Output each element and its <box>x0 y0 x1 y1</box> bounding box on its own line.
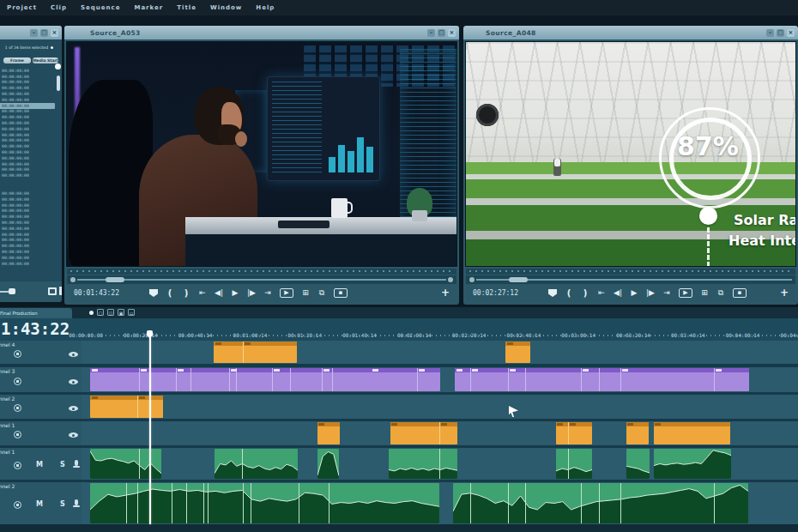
bin-row[interactable]: 29.97 fps00:00:00:00 <box>0 114 55 120</box>
solo-button[interactable]: S <box>60 461 65 469</box>
go-to-in-button[interactable]: ⇤ <box>198 288 207 298</box>
bin-row[interactable]: 29.97 fps00:00:00:00 <box>0 249 55 255</box>
timeline-tool-2[interactable]: ◫ <box>107 309 114 316</box>
audio-clip[interactable] <box>453 483 748 523</box>
bin-row[interactable]: 29.97 fps00:00:00:00 <box>0 209 55 215</box>
menu-item-sequence[interactable]: Sequence <box>81 4 120 11</box>
playhead-line[interactable] <box>149 331 151 524</box>
bin-row[interactable]: 29.97 fps00:00:00:00 <box>0 91 55 97</box>
bin-row[interactable]: 29.97 fps00:00:00:00 <box>0 149 55 155</box>
folder-icon[interactable] <box>59 288 62 295</box>
solo-button[interactable]: S <box>60 500 65 508</box>
bin-row[interactable]: 29.97 fps00:00:00:00 <box>0 126 55 132</box>
go-to-out-button[interactable]: ⇥ <box>662 288 671 298</box>
monitor1-titlebar[interactable]: Source_A053 –▢× <box>64 26 459 39</box>
monitor1-scrubber[interactable] <box>67 275 456 284</box>
video-clip[interactable] <box>556 422 592 444</box>
bin-row[interactable]: 29.97 fps00:00:00:00 <box>0 226 55 232</box>
timeline-big-timecode[interactable]: 1:43:22 <box>1 319 82 338</box>
zoom-slider-handle[interactable] <box>9 288 15 294</box>
add-marker-button[interactable] <box>548 289 557 297</box>
insert-button[interactable]: ⊞ <box>301 288 310 298</box>
bin-row[interactable]: 29.97 fps00:00:00:00 <box>0 68 55 74</box>
mark-out-button[interactable]: ) <box>581 288 589 298</box>
mute-button[interactable]: M <box>36 500 43 508</box>
mark-out-button[interactable]: ) <box>182 288 190 298</box>
microphone-icon[interactable] <box>75 460 78 466</box>
audio-clip[interactable] <box>389 449 457 479</box>
bin-row[interactable]: 29.97 fps00:00:00:00 <box>0 143 55 149</box>
step-back-button[interactable]: ◀| <box>215 288 223 298</box>
bin-row[interactable]: 29.97 fps00:00:00:00 <box>0 214 55 220</box>
bin-row[interactable]: 29.97 fps00:00:00:00 <box>0 85 55 91</box>
column-header-frame[interactable]: Frame <box>3 57 31 63</box>
mute-button[interactable]: M <box>36 461 43 469</box>
clip-icon[interactable] <box>48 287 57 295</box>
scrub-left-dot[interactable] <box>70 277 76 282</box>
track-header-a2[interactable]: Channel 2MS <box>0 482 82 524</box>
lock-icon[interactable] <box>14 462 21 469</box>
track-header-a1[interactable]: Channel 1MS <box>0 448 82 480</box>
bin-row[interactable]: 29.97 fps00:00:00:00 <box>0 155 55 161</box>
bin-row[interactable]: 29.97 fps00:00:00:00 <box>0 203 55 209</box>
scrub-thumb[interactable] <box>509 277 528 282</box>
bin-row[interactable]: 29.97 fps00:00:00:00 <box>0 232 55 238</box>
menu-item-clip[interactable]: Clip <box>51 4 67 11</box>
mark-in-button[interactable]: ( <box>565 288 573 298</box>
bin-row[interactable]: 29.97 fps00:00:00:00 <box>0 120 55 126</box>
column-header-media-start[interactable]: Media Start <box>33 57 58 63</box>
insert-button[interactable]: ⊞ <box>700 288 709 298</box>
audio-clip[interactable] <box>626 449 650 479</box>
timeline-tool-3[interactable]: ▣ <box>118 309 124 316</box>
bin-row[interactable]: 29.97 fps00:00:00:00 <box>0 172 55 178</box>
close-button[interactable]: × <box>448 29 456 37</box>
bin-row[interactable]: 29.97 fps00:00:00:00 <box>0 80 55 86</box>
audio-clip[interactable] <box>215 449 298 479</box>
track-header-v4[interactable]: Channel 4 <box>0 341 82 364</box>
bin-row[interactable]: 29.97 fps00:00:00:00 <box>0 261 55 267</box>
video-clip[interactable] <box>390 422 457 444</box>
track-header-v1[interactable]: Channel 1 <box>0 421 82 445</box>
bin-row[interactable]: 29.97 fps00:00:00:00 <box>0 161 55 167</box>
step-forward-button[interactable]: |▶ <box>247 288 256 298</box>
video-clip[interactable] <box>90 368 440 391</box>
bin-row[interactable]: 29.97 fps00:00:00:00 <box>0 238 55 244</box>
bin-titlebar[interactable]: –▢× <box>0 26 62 39</box>
monitor2-titlebar[interactable]: Source_A048 –▢× <box>463 26 798 39</box>
minimize-button[interactable]: – <box>766 29 774 37</box>
step-forward-button[interactable]: |▶ <box>646 288 655 298</box>
eye-icon[interactable] <box>69 352 78 357</box>
add-button[interactable]: + <box>441 288 450 298</box>
step-back-button[interactable]: ◀| <box>614 288 622 298</box>
bin-row[interactable]: 29.97 fps00:00:00:00 <box>0 196 55 203</box>
play-button[interactable]: ▶ <box>231 288 239 298</box>
mark-in-button[interactable]: ( <box>166 288 174 298</box>
video-clip[interactable] <box>455 368 749 391</box>
track-header-v2[interactable]: Channel 2 <box>0 395 82 419</box>
video-clip[interactable] <box>317 422 340 444</box>
bin-row[interactable]: 29.97 fps00:00:00:00 <box>0 190 55 196</box>
overwrite-button[interactable]: ⧉ <box>716 288 725 298</box>
menu-item-title[interactable]: Title <box>177 4 196 11</box>
bin-row[interactable]: 29.97 fps00:00:00:00 <box>0 109 55 115</box>
scrub-thumb[interactable] <box>106 277 124 282</box>
video-clip[interactable] <box>90 396 163 418</box>
lock-icon[interactable] <box>14 501 21 509</box>
bin-row[interactable]: 29.97 fps00:00:00:00 <box>0 167 55 173</box>
bin-scroll-dot[interactable] <box>55 63 61 70</box>
add-button[interactable]: + <box>780 288 789 298</box>
maximize-button[interactable]: ▢ <box>777 29 784 37</box>
video-clip[interactable] <box>214 342 297 363</box>
close-button[interactable]: × <box>787 29 795 37</box>
bin-row[interactable]: 29.97 fps00:00:00:00 <box>0 103 55 109</box>
video-clip[interactable] <box>626 422 649 444</box>
maximize-button[interactable]: ▢ <box>438 29 445 37</box>
audio-clip[interactable] <box>317 449 339 479</box>
timeline-tool-4[interactable]: ▭ <box>128 309 135 316</box>
microphone-icon[interactable] <box>75 499 78 505</box>
lock-icon[interactable] <box>14 350 21 358</box>
play-in-to-out-button[interactable]: ▶ <box>280 288 293 298</box>
timeline-sequence-tab[interactable]: Final Production <box>0 308 72 318</box>
monitor1-video[interactable] <box>67 42 456 266</box>
bin-row[interactable]: 29.97 fps00:00:00:00 <box>0 255 55 261</box>
